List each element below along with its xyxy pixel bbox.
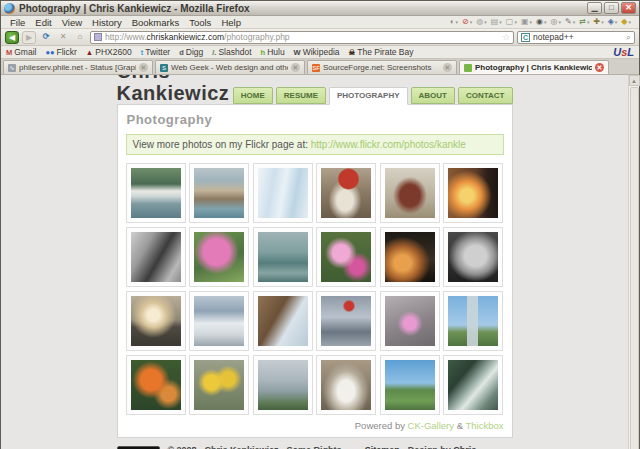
tab-2[interactable]: SWeb Geek - Web design and other proj...… — [155, 60, 305, 74]
menu-file[interactable]: File — [5, 17, 30, 28]
minimize-button[interactable]: ▁ — [587, 2, 602, 14]
photo-card[interactable] — [189, 163, 249, 223]
photo-thumb-park-bridge[interactable] — [385, 360, 435, 410]
frame-extension-icon[interactable]: ▢ — [506, 17, 517, 27]
block-extension-icon[interactable]: ⊘ — [462, 17, 472, 27]
photo-thumb-shore-waves[interactable] — [448, 360, 498, 410]
bookmark-slashdot[interactable]: /.Slashdot — [212, 47, 251, 57]
tab-1[interactable]: ∿phileserv.phile.net - Status [Graph|Tra… — [3, 60, 153, 74]
photo-thumb-river-mist[interactable] — [258, 360, 308, 410]
ck-gallery-link[interactable]: CK-Gallery — [408, 420, 454, 431]
address-bar[interactable]: http://www.chriskankiewicz.com/photograp… — [90, 31, 514, 44]
user-extension-icon[interactable]: ◍ — [476, 17, 487, 27]
site-nav-about[interactable]: ABOUT — [411, 87, 455, 104]
sitemap-link[interactable]: Sitemap — [365, 445, 400, 449]
scroll-up-icon[interactable]: ▲ — [629, 75, 640, 86]
photo-card[interactable] — [443, 355, 503, 415]
search-input[interactable]: notepad++ — [533, 32, 623, 42]
search-magnifier-icon[interactable]: ⌕ — [626, 32, 631, 43]
photo-thumb-bw-face[interactable] — [448, 232, 498, 282]
photo-thumb-rock-flower[interactable] — [385, 296, 435, 346]
tool-extension-icon[interactable]: ✚ — [593, 17, 603, 27]
photo-card[interactable] — [316, 163, 376, 223]
menu-tools[interactable]: Tools — [184, 17, 216, 28]
photo-card[interactable] — [253, 355, 313, 415]
photo-thumb-pink-bleeding-hearts[interactable] — [194, 232, 244, 282]
bookmark-gmail[interactable]: MGmail — [6, 47, 36, 57]
photo-card[interactable] — [443, 227, 503, 287]
back-button[interactable]: ◀ — [5, 31, 19, 44]
tab-close-icon[interactable]: ✕ — [595, 63, 604, 72]
photo-card[interactable] — [316, 355, 376, 415]
scrollbar-thumb[interactable] — [630, 87, 639, 449]
menu-edit[interactable]: Edit — [30, 17, 56, 28]
bookmark-twitter[interactable]: tTwitter — [141, 47, 171, 57]
title-bar[interactable]: Photography | Chris Kankiewicz - Mozilla… — [1, 1, 639, 16]
ring-extension-icon[interactable]: ◎ — [551, 17, 562, 27]
home-button[interactable]: ⌂ — [73, 31, 87, 44]
thickbox-link[interactable]: Thickbox — [465, 420, 503, 431]
photo-thumb-beach-crowd[interactable] — [194, 168, 244, 218]
menu-help[interactable]: Help — [216, 17, 246, 28]
site-nav-home[interactable]: HOME — [233, 87, 273, 104]
photo-thumb-niagara-falls[interactable] — [258, 168, 308, 218]
photo-thumb-canadian-flag[interactable] — [321, 296, 371, 346]
photo-thumb-sunset-silhouette[interactable] — [448, 168, 498, 218]
photo-card[interactable] — [126, 291, 186, 351]
photo-card[interactable] — [380, 355, 440, 415]
photo-card[interactable] — [126, 355, 186, 415]
photo-card[interactable] — [316, 227, 376, 287]
photo-card[interactable] — [189, 291, 249, 351]
key-extension-icon[interactable]: ◆ — [621, 17, 631, 27]
flickr-link[interactable]: http://www.flickr.com/photos/kankle — [311, 139, 466, 150]
bookmark-flickr[interactable]: ●●Flickr — [45, 47, 76, 57]
forward-button[interactable]: ▶ — [22, 31, 36, 44]
photo-thumb-falls-over-rocks[interactable] — [258, 296, 308, 346]
search-box[interactable]: C notepad++ ⌕ — [517, 31, 635, 44]
photo-card[interactable] — [443, 163, 503, 223]
menu-view[interactable]: View — [57, 17, 87, 28]
photo-card[interactable] — [253, 227, 313, 287]
photo-card[interactable] — [253, 163, 313, 223]
menu-bookmarks[interactable]: Bookmarks — [127, 17, 185, 28]
photo-card[interactable] — [189, 227, 249, 287]
search-engine-icon[interactable]: C — [521, 33, 530, 42]
photo-card[interactable] — [189, 355, 249, 415]
photo-thumb-boat-on-lake[interactable] — [131, 168, 181, 218]
grid-extension-icon[interactable]: ▣ — [521, 17, 532, 27]
vertical-scrollbar[interactable]: ▲ ▼ — [628, 75, 639, 449]
maximize-button[interactable]: □ — [604, 2, 619, 14]
bookmark-hulu[interactable]: hHulu — [261, 47, 285, 57]
photo-thumb-night-sky-glow[interactable] — [385, 232, 435, 282]
photo-card[interactable] — [126, 227, 186, 287]
bookmark-wikipedia[interactable]: WWikipedia — [294, 47, 340, 57]
bookmark-the-pirate-bay[interactable]: ☠The Pirate Bay — [349, 47, 414, 57]
close-button[interactable]: ✕ — [621, 2, 636, 14]
tab-close-icon[interactable]: ✕ — [443, 63, 452, 72]
photo-thumb-cat-portrait[interactable] — [321, 360, 371, 410]
bookmark-star-icon[interactable]: ☆ — [502, 32, 510, 42]
photo-thumb-bw-woman[interactable] — [131, 232, 181, 282]
photo-card[interactable] — [380, 291, 440, 351]
book-extension-icon[interactable]: ◈ — [608, 17, 618, 27]
photo-card[interactable] — [316, 291, 376, 351]
photo-thumb-stormy-mist[interactable] — [258, 232, 308, 282]
bookmark-digg[interactable]: dDigg — [179, 47, 203, 57]
bookmark-phx2600[interactable]: ▲PHX2600 — [86, 47, 132, 57]
photo-card[interactable] — [380, 227, 440, 287]
site-nav-resume[interactable]: RESUME — [276, 87, 326, 104]
tab-3[interactable]: SFSourceForge.net: Screenshots✕ — [307, 60, 457, 74]
tab-close-icon[interactable]: ✕ — [139, 63, 148, 72]
photo-thumb-dog-red-hat[interactable] — [321, 168, 371, 218]
sync-extension-icon[interactable]: ⇄ — [579, 17, 589, 27]
disc-extension-icon[interactable]: ◉ — [536, 17, 547, 27]
photo-card[interactable] — [380, 163, 440, 223]
photo-thumb-glass-tower[interactable] — [448, 296, 498, 346]
photo-thumb-cosmos-flowers[interactable] — [321, 232, 371, 282]
menu-history[interactable]: History — [87, 17, 127, 28]
photo-card[interactable] — [126, 163, 186, 223]
photo-thumb-orange-lilies[interactable] — [131, 360, 181, 410]
pencil-extension-icon[interactable]: ✎ — [565, 17, 575, 27]
site-nav-contact[interactable]: CONTACT — [458, 87, 513, 104]
photo-card[interactable] — [253, 291, 313, 351]
